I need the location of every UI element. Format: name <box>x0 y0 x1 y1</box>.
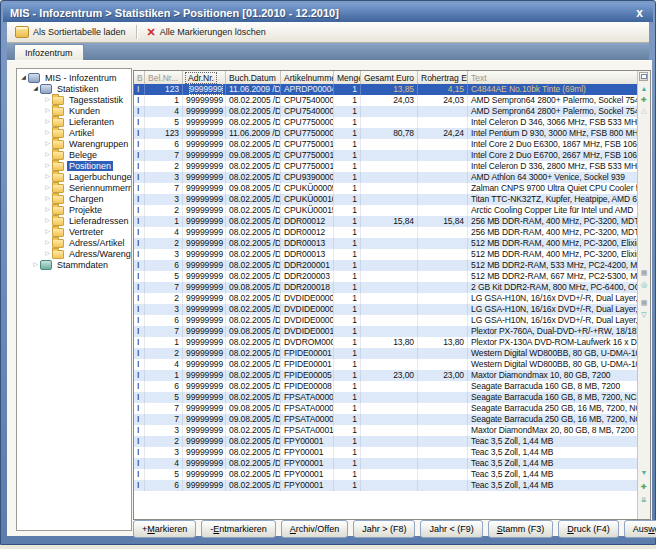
table-row[interactable]: I19999999908.02.2005 /DiDDR00012115,8415… <box>134 216 638 227</box>
search-icon[interactable]: ◎ <box>638 281 650 289</box>
tree-item-lieferanten[interactable]: ▷Lieferanten <box>17 116 131 127</box>
expander-closed-icon[interactable]: ▷ <box>43 116 52 127</box>
table-row[interactable]: I19999999908.02.2005 /DiCPU75400001124,0… <box>134 95 638 106</box>
print-button[interactable]: Druck (F4) <box>558 520 619 538</box>
tree-item-tagesstatistik[interactable]: ▷Tagesstatistik <box>17 94 131 105</box>
column-header-text[interactable]: Text <box>468 71 638 84</box>
mark-button[interactable]: + Markieren <box>133 520 196 538</box>
column-header-bel[interactable]: Bel.Nr... <box>145 71 183 84</box>
tree-item-lieferadressen[interactable]: ▷Lieferadressen <box>17 215 131 226</box>
tree-item-warengruppen[interactable]: ▷Warengruppen <box>17 138 131 149</box>
filter-icon[interactable]: ▽ <box>638 311 650 319</box>
table-row[interactable]: I39999999908.02.2005 /DiFPSATA000111Maxt… <box>134 425 638 436</box>
tree-item-adress-artikel[interactable]: ▷Adress/Artikel <box>17 237 131 248</box>
tree-item-mis-infozentrum[interactable]: ◢MIS - Infozentrum <box>17 72 131 83</box>
expander-closed-icon[interactable]: ▷ <box>43 171 52 182</box>
expander-open-icon[interactable]: ◢ <box>31 83 40 94</box>
table-row[interactable]: I39999999908.02.2005 /DiFPY000011Teac 3,… <box>134 447 638 458</box>
tree-item-projekte[interactable]: ▷Projekte <box>17 204 131 215</box>
tree-item-seriennummern[interactable]: ▷Seriennummern <box>17 182 131 193</box>
tree-item-statistiken[interactable]: ◢Statistiken <box>17 83 131 94</box>
table-row[interactable]: I123999999911.06.2009 /DoAPRDP00004113,8… <box>134 84 638 95</box>
column-header-datum[interactable]: Buch.Datum <box>226 71 281 84</box>
table-row[interactable]: I1239999999911.06.2009 /DoCPU77500007180… <box>134 128 638 139</box>
expander-closed-icon[interactable]: ▷ <box>43 94 52 105</box>
table-row[interactable]: I49999999908.02.2005 /DiFPIDE000011Weste… <box>134 359 638 370</box>
table-row[interactable]: I39999999908.02.2005 /DiCPU939000021AMD … <box>134 172 638 183</box>
table-row[interactable]: I79999999909.08.2005 /DiCPUKÜ000051Zalma… <box>134 183 638 194</box>
expander-closed-icon[interactable]: ▷ <box>31 259 40 270</box>
expander-closed-icon[interactable]: ▷ <box>43 215 52 226</box>
table-row[interactable]: I79999999909.08.2005 /DiDDR20001812 GB K… <box>134 282 638 293</box>
master-data-button[interactable]: Stamm (F3) <box>488 520 554 538</box>
unmark-button[interactable]: - Entmarkieren <box>201 520 276 538</box>
column-header-b[interactable]: B <box>134 71 145 84</box>
tab-infozentrum[interactable]: Infozentrum <box>14 44 84 60</box>
archive-open-button[interactable]: Archiv/Offen <box>281 520 348 538</box>
layout-icon[interactable]: ▦ <box>638 299 650 307</box>
expander-closed-icon[interactable]: ▷ <box>43 127 52 138</box>
column-header-rohertrag[interactable]: Rohertrag Euro <box>418 71 468 84</box>
table-row[interactable]: I29999999908.02.2005 /DiDVDIDE000051LG G… <box>134 293 638 304</box>
table-row[interactable]: I29999999908.02.2005 /DiCPUKÜ000151Arcti… <box>134 205 638 216</box>
clear-markings-button[interactable]: ✕ Alle Markierungen löschen <box>143 26 270 38</box>
add-icon[interactable]: ✚ <box>638 96 650 104</box>
table-row[interactable]: I49999999908.02.2005 /DiCPU754000031AMD … <box>134 106 638 117</box>
expander-closed-icon[interactable]: ▷ <box>43 138 52 149</box>
table-row[interactable]: I59999999908.02.2005 /DiFPSATA000011Seag… <box>134 392 638 403</box>
table-row[interactable]: I49999999908.02.2005 /DiDDR000121256 MB … <box>134 227 638 238</box>
year-prev-button[interactable]: Jahr < (F9) <box>420 520 482 538</box>
grid-side-strip[interactable]: ▲✚△▦◎▦▽▼✚⇊ <box>637 71 650 519</box>
table-row[interactable]: I79999999909.08.2005 /DiCPU775000141Inte… <box>134 150 638 161</box>
table-row[interactable]: I59999999908.02.2005 /DiCPU775000051Inte… <box>134 117 638 128</box>
sort-asc-icon[interactable]: ▲ <box>638 85 650 93</box>
grid-view-icon[interactable]: ▦ <box>638 269 650 277</box>
table-row[interactable]: I59999999908.02.2005 /DiDDR2000031512 MB… <box>134 271 638 282</box>
tree-item-belege[interactable]: ▷Belege <box>17 149 131 160</box>
table-row[interactable]: I79999999909.08.2005 /DiFPSATA000091Seag… <box>134 403 638 414</box>
column-header-gesamt[interactable]: Gesamt Euro <box>361 71 418 84</box>
table-row[interactable]: I79999999909.08.2005 /DiFPSATA000091Seag… <box>134 414 638 425</box>
expander-closed-icon[interactable]: ▷ <box>43 149 52 160</box>
expander-closed-icon[interactable]: ▷ <box>43 248 52 259</box>
scroll-end-icon[interactable]: ⇊ <box>638 496 650 504</box>
expander-closed-icon[interactable]: ▷ <box>43 105 52 116</box>
expander-closed-icon[interactable]: ▷ <box>43 160 52 171</box>
tree-item-kunden[interactable]: ▷Kunden <box>17 105 131 116</box>
table-row[interactable]: I69999999908.02.2005 /DiDVDIDE000051LG G… <box>134 315 638 326</box>
table-row[interactable]: I29999999908.02.2005 /DiCPU775000191Inte… <box>134 161 638 172</box>
table-row[interactable]: I49999999908.02.2005 /DiFPY000011Teac 3,… <box>134 458 638 469</box>
column-header-artikel[interactable]: Artikelnummer <box>281 71 334 84</box>
add-row-icon[interactable]: ✚ <box>638 483 650 491</box>
table-row[interactable]: I19999999908.02.2005 /DiDVDROM00001113,8… <box>134 337 638 348</box>
grid-corner-icon[interactable] <box>639 72 648 81</box>
expander-closed-icon[interactable]: ▷ <box>43 182 52 193</box>
tree-item-adress-warengruppen[interactable]: ▷Adress/Warengruppen <box>17 248 131 259</box>
expander-closed-icon[interactable]: ▷ <box>43 226 52 237</box>
table-row[interactable]: I69999999908.02.2005 /DiDDR2000011512 MB… <box>134 260 638 271</box>
table-row[interactable]: I79999999909.08.2005 /DiDVDIDE000161Plex… <box>134 326 638 337</box>
tree-item-lagerbuchungen[interactable]: ▷Lagerbuchungen <box>17 171 131 182</box>
table-row[interactable]: I59999999908.02.2005 /DiFPY000011Teac 3,… <box>134 469 638 480</box>
expander-closed-icon[interactable]: ▷ <box>43 193 52 204</box>
table-row[interactable]: I69999999908.02.2005 /DiFPY000011Teac 3,… <box>134 480 638 491</box>
table-row[interactable]: I19999999908.02.2005 /DiFPIDE00005123,00… <box>134 370 638 381</box>
table-row[interactable]: I39999999908.02.2005 /DiDDR000131512 MB … <box>134 249 638 260</box>
table-row[interactable]: I29999999908.02.2005 /DiDDR000131512 MB … <box>134 238 638 249</box>
table-row[interactable]: I39999999908.02.2005 /DiCPUKÜ000101Titan… <box>134 194 638 205</box>
load-sort-table-button[interactable]: Als Sortiertabelle laden <box>11 25 130 39</box>
table-row[interactable]: I39999999908.02.2005 /DiDVDIDE000051LG G… <box>134 304 638 315</box>
tree-item-positionen[interactable]: ▷Positionen <box>17 160 131 171</box>
expander-open-icon[interactable]: ◢ <box>19 72 28 83</box>
column-header-adr[interactable]: Adr.Nr. <box>183 71 226 84</box>
scroll-up-icon[interactable]: △ <box>638 107 650 115</box>
table-row[interactable]: I69999999908.02.2005 /DiFPIDE000081Seaga… <box>134 381 638 392</box>
table-row[interactable]: I29999999908.02.2005 /DiFPY000011Teac 3,… <box>134 436 638 447</box>
column-header-menge[interactable]: Menge <box>334 71 361 84</box>
evaluation-button[interactable]: Auswertung <box>624 520 656 538</box>
tree-item-vertreter[interactable]: ▷Vertreter <box>17 226 131 237</box>
year-next-button[interactable]: Jahr > (F8) <box>353 520 415 538</box>
table-row[interactable]: I29999999908.02.2005 /DiFPIDE000011Weste… <box>134 348 638 359</box>
tree-item-chargen[interactable]: ▷Chargen <box>17 193 131 204</box>
tree-item-stammdaten[interactable]: ▷Stammdaten <box>17 259 131 270</box>
